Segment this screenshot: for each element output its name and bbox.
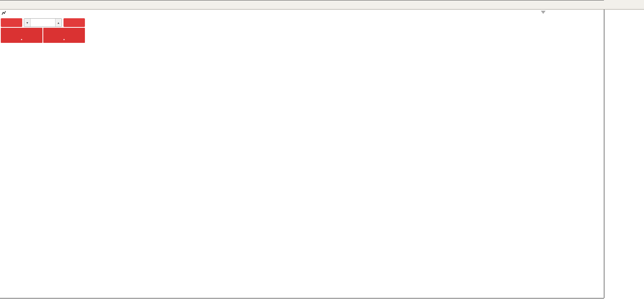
- sell-price-panel[interactable]: .: [1, 28, 42, 43]
- time-axis[interactable]: [0, 298, 604, 306]
- chart-title-bar: [2, 11, 10, 15]
- one-click-trading-widget: ▼ ▲ . .: [1, 18, 85, 43]
- panel-separator[interactable]: [0, 0, 604, 0]
- mt4-window: ▼ ▲ . .: [0, 0, 644, 306]
- volume-decrease-button[interactable]: ▼: [24, 19, 31, 27]
- buy-button[interactable]: [63, 18, 85, 27]
- chart-shift-marker[interactable]: [541, 11, 546, 14]
- volume-input[interactable]: [31, 19, 55, 27]
- chart-mini-icon: [2, 11, 6, 15]
- volume-increase-button[interactable]: ▲: [55, 19, 62, 27]
- price-axis[interactable]: [604, 10, 644, 298]
- sell-button[interactable]: [1, 18, 22, 27]
- buy-price-panel[interactable]: .: [43, 28, 85, 43]
- volume-stepper: ▼ ▲: [24, 18, 62, 27]
